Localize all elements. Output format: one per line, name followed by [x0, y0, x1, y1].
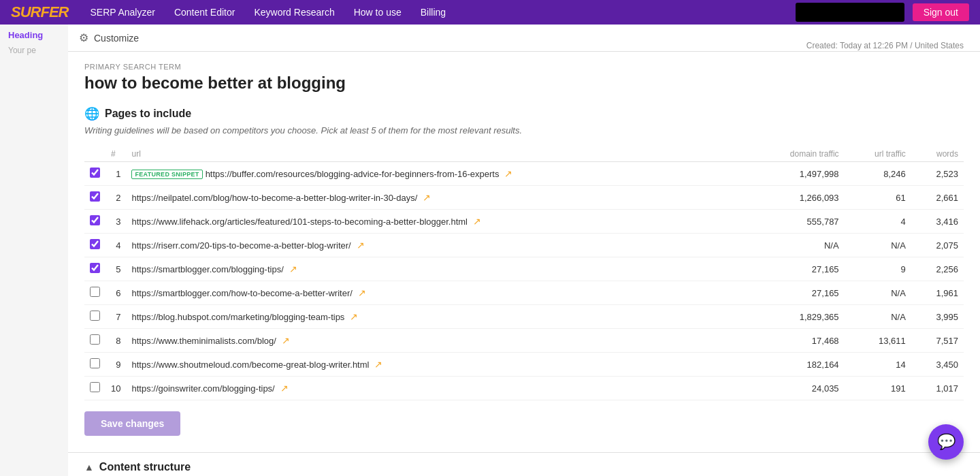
- signout-button[interactable]: Sign out: [913, 3, 969, 21]
- chat-icon: 💬: [937, 433, 956, 451]
- row-words: 2,075: [911, 234, 964, 257]
- table-row: 10https://goinswriter.com/blogging-tips/…: [84, 377, 964, 400]
- row-checkbox[interactable]: [90, 215, 100, 225]
- row-url-traffic: N/A: [845, 305, 911, 329]
- external-link-icon[interactable]: ↗: [473, 216, 481, 227]
- table-row: 9https://www.shoutmeloud.com/become-grea…: [84, 353, 964, 377]
- row-domain-traffic: 1,829,365: [749, 305, 845, 329]
- nav-how-to-use[interactable]: How to use: [354, 7, 402, 18]
- row-domain-traffic: 17,468: [749, 329, 845, 353]
- row-number: 8: [105, 329, 126, 353]
- row-domain-traffic: N/A: [749, 234, 845, 257]
- row-domain-traffic: 24,035: [749, 377, 845, 400]
- primary-search-term: how to become better at blogging: [84, 74, 346, 93]
- row-number: 2: [105, 186, 126, 210]
- content-structure-header: ▲ Content structure: [68, 452, 980, 476]
- table-row: 3https://www.lifehack.org/articles/featu…: [84, 210, 964, 234]
- pages-section-title: Pages to include: [105, 108, 191, 120]
- row-checkbox-cell[interactable]: [84, 162, 105, 186]
- row-words: 3,416: [911, 210, 964, 234]
- main-content: ⚙ Customize PRIMARY SEARCH TERM how to b…: [68, 25, 980, 476]
- row-checkbox-cell[interactable]: [84, 377, 105, 400]
- col-domain-traffic: domain traffic: [749, 146, 845, 162]
- col-url: url: [126, 146, 749, 162]
- row-domain-traffic: 1,497,998: [749, 162, 845, 186]
- row-words: 3,995: [911, 305, 964, 329]
- row-number: 1: [105, 162, 126, 186]
- table-row: 5https://smartblogger.com/blogging-tips/…: [84, 257, 964, 281]
- row-domain-traffic: 555,787: [749, 210, 845, 234]
- col-url-traffic: url traffic: [845, 146, 911, 162]
- row-domain-traffic: 27,165: [749, 257, 845, 281]
- navbar-right: Sign out: [796, 3, 969, 22]
- pages-table: # url domain traffic url traffic words 1…: [84, 146, 964, 400]
- row-url: https://www.theminimalists.com/blog/↗: [126, 329, 749, 353]
- table-row: 7https://blog.hubspot.com/marketing/blog…: [84, 305, 964, 329]
- external-link-icon[interactable]: ↗: [423, 192, 431, 203]
- external-link-icon[interactable]: ↗: [358, 287, 366, 298]
- external-link-icon[interactable]: ↗: [504, 168, 512, 179]
- external-link-icon[interactable]: ↗: [282, 335, 290, 346]
- customize-label: Customize: [94, 33, 139, 44]
- row-url: https://goinswriter.com/blogging-tips/↗: [126, 377, 749, 400]
- row-words: 2,661: [911, 186, 964, 210]
- row-checkbox[interactable]: [90, 168, 100, 178]
- col-checkbox: [84, 146, 105, 162]
- external-link-icon[interactable]: ↗: [280, 383, 289, 394]
- row-words: 2,523: [911, 162, 964, 186]
- nav-billing[interactable]: Billing: [421, 7, 446, 18]
- created-info: Created: Today at 12:26 PM / United Stat…: [806, 41, 964, 50]
- row-checkbox-cell[interactable]: [84, 210, 105, 234]
- content-structure-title: Content structure: [99, 461, 191, 473]
- navbar-black-box: [796, 3, 904, 22]
- col-words: words: [911, 146, 964, 162]
- row-checkbox-cell[interactable]: [84, 281, 105, 305]
- row-checkbox-cell[interactable]: [84, 186, 105, 210]
- row-checkbox[interactable]: [90, 263, 100, 273]
- row-url-traffic: 8,246: [845, 162, 911, 186]
- external-link-icon[interactable]: ↗: [350, 311, 358, 322]
- external-link-icon[interactable]: ↗: [289, 264, 297, 274]
- table-row: 4https://riserr.com/20-tips-to-become-a-…: [84, 234, 964, 257]
- document-area: PRIMARY SEARCH TERM how to become better…: [68, 52, 980, 452]
- row-domain-traffic: 27,165: [749, 281, 845, 305]
- chat-button[interactable]: 💬: [928, 424, 964, 460]
- row-number: 5: [105, 257, 126, 281]
- pages-section-subtitle: Writing guidelines will be based on comp…: [84, 125, 964, 136]
- logo: SURFER: [11, 3, 68, 21]
- row-checkbox[interactable]: [90, 311, 100, 321]
- nav-content-editor[interactable]: Content Editor: [174, 7, 235, 18]
- navbar-links: SERP Analyzer Content Editor Keyword Res…: [90, 7, 795, 18]
- row-checkbox[interactable]: [90, 239, 100, 249]
- nav-keyword-research[interactable]: Keyword Research: [254, 7, 334, 18]
- row-checkbox[interactable]: [90, 358, 100, 368]
- row-domain-traffic: 182,164: [749, 353, 845, 377]
- external-link-icon[interactable]: ↗: [357, 240, 365, 251]
- row-number: 10: [105, 377, 126, 400]
- pages-section-header: 🌐 Pages to include: [84, 106, 964, 121]
- table-row: 6https://smartblogger.com/how-to-become-…: [84, 281, 964, 305]
- row-url-traffic: 9: [845, 257, 911, 281]
- row-checkbox-cell[interactable]: [84, 257, 105, 281]
- row-checkbox-cell[interactable]: [84, 329, 105, 353]
- row-url: https://smartblogger.com/blogging-tips/↗: [126, 257, 749, 281]
- row-domain-traffic: 1,266,093: [749, 186, 845, 210]
- row-checkbox[interactable]: [90, 287, 100, 297]
- page-layout: Heading Your pe ⚙ Customize PRIMARY SEAR…: [0, 25, 980, 476]
- row-url-traffic: N/A: [845, 281, 911, 305]
- row-url: FEATURED SNIPPEThttps://buffer.com/resou…: [126, 162, 749, 186]
- row-words: 3,450: [911, 353, 964, 377]
- row-checkbox-cell[interactable]: [84, 353, 105, 377]
- row-number: 4: [105, 234, 126, 257]
- row-checkbox[interactable]: [90, 191, 100, 202]
- save-changes-button[interactable]: Save changes: [84, 411, 180, 436]
- nav-serp-analyzer[interactable]: SERP Analyzer: [90, 7, 154, 18]
- row-number: 7: [105, 305, 126, 329]
- external-link-icon[interactable]: ↗: [374, 359, 382, 370]
- sidebar-ghost-text: Your pe: [8, 46, 60, 55]
- row-checkbox[interactable]: [90, 382, 100, 392]
- left-sidebar: Heading Your pe: [0, 25, 68, 476]
- row-checkbox-cell[interactable]: [84, 234, 105, 257]
- row-checkbox-cell[interactable]: [84, 305, 105, 329]
- row-checkbox[interactable]: [90, 334, 100, 345]
